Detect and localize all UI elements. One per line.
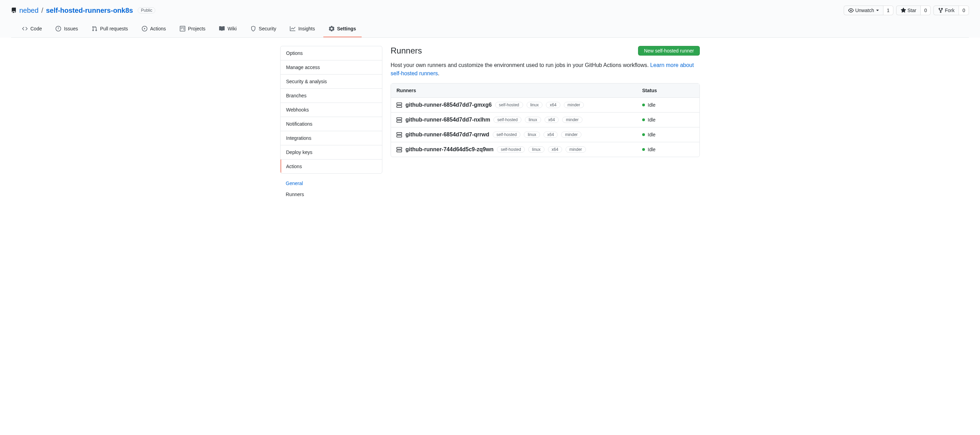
runner-status: Idle (648, 147, 655, 152)
book-icon (219, 26, 224, 32)
fork-count[interactable]: 0 (959, 6, 969, 15)
tab-settings[interactable]: Settings (323, 21, 362, 37)
sidebar-item-deploy-keys[interactable]: Deploy keys (280, 145, 382, 159)
sidebar-item-options[interactable]: Options (280, 46, 382, 60)
tab-actions-label: Actions (150, 24, 166, 34)
sidebar-item-branches[interactable]: Branches (280, 89, 382, 102)
star-icon (900, 8, 906, 13)
repo-owner-link[interactable]: nebed (19, 6, 39, 14)
tab-issues-label: Issues (64, 24, 78, 34)
table-header-runners: Runners (396, 88, 642, 93)
runner-label: minder (566, 147, 586, 153)
tab-security-label: Security (259, 24, 277, 34)
tab-wiki[interactable]: Wiki (213, 21, 242, 37)
unwatch-label: Unwatch (855, 8, 874, 13)
tab-code[interactable]: Code (17, 21, 47, 37)
issue-icon (56, 26, 61, 32)
status-dot-icon (642, 133, 645, 136)
table-row: github-runner-6854d7dd7-qrrwdself-hosted… (391, 127, 700, 142)
shield-icon (251, 26, 256, 32)
runner-name[interactable]: github-runner-744d64d5c9-zq9wn (406, 147, 493, 153)
play-icon (142, 26, 147, 32)
runner-status: Idle (648, 102, 655, 108)
tab-settings-label: Settings (337, 24, 356, 34)
tab-actions[interactable]: Actions (136, 21, 172, 37)
runner-label: x64 (544, 132, 558, 138)
code-icon (22, 26, 28, 32)
breadcrumb-separator: / (41, 6, 43, 14)
runner-status: Idle (648, 132, 655, 137)
table-row: github-runner-744d64d5c9-zq9wnself-hoste… (391, 142, 700, 157)
runner-label: linux (528, 147, 544, 153)
new-runner-button[interactable]: New self-hosted runner (638, 46, 700, 56)
tab-insights[interactable]: Insights (284, 21, 320, 37)
sidebar-item-webhooks[interactable]: Webhooks (280, 103, 382, 117)
page-description: Host your own runners and customize the … (391, 61, 700, 78)
fork-label: Fork (945, 8, 955, 13)
fork-button[interactable]: Fork (934, 6, 959, 15)
runner-label: minder (562, 117, 582, 123)
status-dot-icon (642, 148, 645, 151)
tab-security[interactable]: Security (245, 21, 282, 37)
server-icon (396, 132, 402, 137)
table-row: github-runner-6854d7dd7-nxlhmself-hosted… (391, 113, 700, 127)
tab-code-label: Code (30, 24, 42, 34)
sidebar-item-actions[interactable]: Actions (280, 159, 382, 173)
runner-label: self-hosted (493, 132, 521, 138)
runners-table: Runners Status github-runner-6854d7dd7-g… (391, 83, 700, 157)
sidebar-sub-general[interactable]: General (280, 178, 382, 189)
gear-icon (329, 26, 334, 32)
runner-label: linux (525, 117, 541, 123)
description-period: . (438, 70, 439, 76)
runner-label: self-hosted (493, 117, 522, 123)
visibility-badge: Public (138, 7, 155, 13)
status-dot-icon (642, 118, 645, 121)
sidebar-item-notifications[interactable]: Notifications (280, 117, 382, 131)
runner-label: linux (527, 102, 543, 108)
table-row: github-runner-6854d7dd7-gmxg6self-hosted… (391, 98, 700, 113)
sidebar-item-integrations[interactable]: Integrations (280, 131, 382, 145)
runner-name[interactable]: github-runner-6854d7dd7-gmxg6 (406, 102, 492, 108)
star-count[interactable]: 0 (921, 6, 931, 15)
runner-label: x64 (548, 147, 562, 153)
runner-label: x64 (546, 102, 560, 108)
runner-name[interactable]: github-runner-6854d7dd7-nxlhm (406, 117, 490, 123)
runner-label: self-hosted (495, 102, 523, 108)
repo-nav: Code Issues Pull requests Actions Projec… (11, 21, 969, 38)
runner-label: x64 (544, 117, 559, 123)
tab-projects[interactable]: Projects (174, 21, 211, 37)
tab-pulls[interactable]: Pull requests (86, 21, 134, 37)
star-button[interactable]: Star (896, 6, 921, 15)
caret-down-icon (876, 10, 879, 11)
server-icon (396, 147, 402, 152)
graph-icon (290, 26, 295, 32)
tab-issues[interactable]: Issues (50, 21, 83, 37)
runner-label: minder (561, 132, 581, 138)
tab-insights-label: Insights (298, 24, 315, 34)
sidebar-item-manage-access[interactable]: Manage access (280, 61, 382, 74)
runner-label: minder (564, 102, 584, 108)
fork-icon (938, 8, 943, 13)
pull-request-icon (92, 26, 97, 32)
repo-breadcrumb: nebed / self-hosted-runners-onk8s Public (11, 6, 155, 14)
settings-sidebar-sub: General Runners (280, 178, 382, 200)
runner-label: self-hosted (497, 147, 525, 153)
eye-icon (848, 8, 854, 13)
sidebar-sub-runners[interactable]: Runners (280, 189, 382, 200)
sidebar-item-security-analysis[interactable]: Security & analysis (280, 75, 382, 88)
server-icon (396, 117, 402, 123)
status-dot-icon (642, 104, 645, 106)
runner-name[interactable]: github-runner-6854d7dd7-qrrwd (406, 132, 489, 138)
description-text: Host your own runners and customize the … (391, 62, 650, 68)
repo-icon (11, 8, 17, 13)
repo-name-link[interactable]: self-hosted-runners-onk8s (46, 6, 133, 14)
settings-sidebar: Options Manage access Security & analysi… (280, 46, 382, 174)
runner-label: linux (524, 132, 540, 138)
page-title: Runners (391, 46, 422, 56)
watchers-count[interactable]: 1 (883, 6, 893, 15)
unwatch-button[interactable]: Unwatch (844, 6, 883, 15)
tab-wiki-label: Wiki (228, 24, 236, 34)
table-header-status: Status (642, 88, 694, 93)
runner-status: Idle (648, 117, 655, 123)
star-label: Star (908, 8, 916, 13)
